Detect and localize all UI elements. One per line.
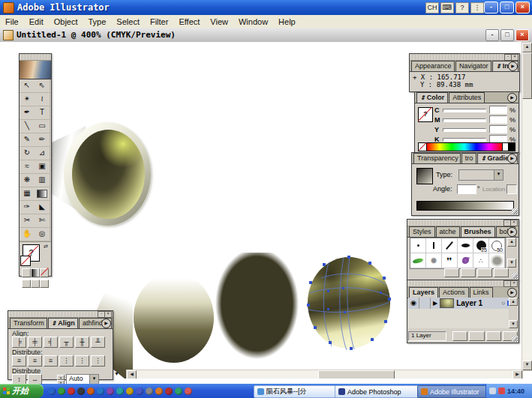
tab-styles[interactable]: Styles	[409, 226, 435, 237]
dropdown-arrow-icon[interactable]: ▼	[494, 170, 503, 180]
horizontal-scroll-thumb[interactable]	[318, 370, 395, 379]
tab-swatches[interactable]: atche	[436, 226, 460, 237]
panel-menu-icon[interactable]: ▶	[507, 227, 517, 237]
new-brush-button[interactable]	[477, 268, 492, 277]
layer-target-icon[interactable]: ○	[501, 300, 505, 307]
tray-icon[interactable]	[489, 388, 496, 394]
keyboard-icon[interactable]: ⌨	[440, 2, 454, 13]
menu-file[interactable]: File	[0, 16, 24, 27]
maximize-button[interactable]: □	[500, 1, 514, 13]
tab-actions[interactable]: Actions	[439, 287, 469, 298]
tray-icon[interactable]	[498, 388, 505, 394]
taskbar-item-photoshop[interactable]: Adobe Photoshop	[335, 385, 419, 398]
brush-scrollbar[interactable]: ▲ ▼	[507, 238, 516, 268]
tab-brushes[interactable]: Brushes	[461, 226, 495, 237]
selection-tool[interactable]: ↖	[20, 79, 35, 93]
line-tool[interactable]: ╲	[20, 120, 35, 133]
distribute-right-button[interactable]: ⋮	[91, 355, 105, 367]
quick-launch-icon[interactable]	[175, 388, 182, 395]
artwork-mesh-sphere[interactable]	[306, 256, 392, 351]
brush-dash[interactable]	[426, 238, 442, 253]
gradient-angle-field[interactable]	[457, 184, 476, 194]
align-top-button[interactable]: ╥	[59, 337, 74, 348]
quick-launch-icon[interactable]	[68, 388, 75, 395]
mesh-tool[interactable]: ▦	[20, 187, 35, 201]
options-of-object-button[interactable]	[461, 268, 476, 277]
tab-transparency[interactable]: Transparency	[413, 153, 461, 163]
magenta-slider[interactable]	[443, 118, 486, 122]
gradient-location-field[interactable]	[506, 184, 517, 194]
ime-help-icon[interactable]: ?	[455, 2, 469, 13]
hand-tool[interactable]: ✋	[20, 228, 35, 241]
panel-menu-icon[interactable]: ▶	[101, 319, 111, 328]
start-button[interactable]: 开始	[0, 384, 44, 398]
doc-maximize-button[interactable]: □	[500, 29, 514, 41]
quick-launch-icon[interactable]	[97, 388, 104, 395]
rotate-tool[interactable]: ↻	[20, 147, 35, 160]
expand-triangle-icon[interactable]: ▶	[433, 300, 437, 307]
black-slider[interactable]	[443, 138, 486, 142]
align-palette-title-bar[interactable]: - ×	[8, 311, 113, 318]
fullscreen-button[interactable]	[40, 280, 49, 288]
cyan-slider[interactable]	[443, 109, 486, 112]
tab-layers[interactable]: Layers	[409, 287, 438, 298]
new-sublayer-button[interactable]	[469, 331, 484, 341]
panel-menu-icon[interactable]: ▶	[507, 93, 517, 103]
panel-menu-icon[interactable]: ▶	[507, 288, 517, 298]
gradient-type-dropdown[interactable]: ▼	[458, 169, 503, 181]
slice-tool[interactable]: ✄	[35, 214, 50, 228]
scroll-up-icon[interactable]: ▲	[507, 238, 516, 247]
brushes-palette-title-bar[interactable]: - ×	[407, 220, 518, 226]
quick-launch-icon[interactable]	[58, 388, 65, 395]
scroll-up-icon[interactable]: ▲	[509, 298, 518, 306]
distribute-left-button[interactable]: ⋮	[59, 355, 74, 367]
horizontal-scrollbar[interactable]: ◀ ▶	[126, 370, 523, 379]
toolbox-title-bar[interactable]	[20, 54, 51, 61]
menu-window[interactable]: Window	[233, 16, 273, 27]
magenta-value-field[interactable]	[489, 115, 507, 124]
artwork-bowl-interior[interactable]	[72, 130, 145, 219]
close-button[interactable]: ×	[515, 1, 530, 13]
tab-align[interactable]: ⇕Align	[48, 318, 78, 328]
tab-attributes[interactable]: Attributes	[449, 92, 485, 103]
scroll-left-icon[interactable]: ◀	[127, 370, 137, 379]
brush-speckle[interactable]: ∴	[473, 253, 489, 268]
quick-launch-icon[interactable]	[155, 388, 163, 395]
scroll-up-icon[interactable]: ▲	[522, 43, 532, 52]
artwork-gradient-dome[interactable]	[134, 273, 214, 363]
direct-selection-tool[interactable]: ⇖	[35, 79, 50, 93]
remove-brush-stroke-button[interactable]	[444, 268, 459, 277]
doc-minimize-button[interactable]: -	[485, 29, 499, 41]
menu-filter[interactable]: Filter	[145, 16, 173, 27]
layers-palette-title-bar[interactable]: - ×	[407, 280, 518, 287]
gradient-preview-swatch[interactable]	[416, 168, 433, 184]
brush-splat[interactable]	[458, 253, 473, 268]
layer-name[interactable]: Layer 1	[456, 299, 482, 307]
quick-launch-icon[interactable]	[116, 388, 124, 395]
tab-color[interactable]: ⇕Color	[416, 92, 448, 103]
white-swatch[interactable]	[503, 142, 509, 151]
resize-grip[interactable]	[512, 208, 518, 214]
layers-scrollbar[interactable]: ▲ ▼	[509, 298, 518, 328]
paintbrush-tool[interactable]: ✎	[20, 133, 35, 147]
cyan-value-field[interactable]	[489, 106, 507, 114]
make-clipping-mask-button[interactable]	[452, 331, 467, 341]
stepper-up-icon[interactable]: ▲	[57, 375, 65, 380]
quick-launch-icon[interactable]	[165, 388, 173, 395]
quick-launch-icon[interactable]	[136, 388, 143, 395]
menu-view[interactable]: View	[205, 16, 233, 27]
distribute-center-button[interactable]: ⋮	[75, 355, 89, 367]
palette-close-icon[interactable]: ×	[104, 311, 112, 318]
quick-launch-icon[interactable]	[107, 388, 114, 395]
delete-brush-button[interactable]	[494, 268, 509, 277]
brush-circle-50[interactable]: 50	[489, 238, 505, 253]
menu-help[interactable]: Help	[273, 16, 301, 27]
eyedropper-tool[interactable]: ✑	[20, 201, 35, 214]
distribute-top-button[interactable]: ≡	[12, 355, 26, 367]
taskbar-item-webpage[interactable]: 陨石风暴--[分	[254, 385, 336, 398]
palette-close-icon[interactable]: ×	[510, 220, 518, 226]
quick-launch-icon[interactable]	[48, 388, 56, 395]
palette-close-icon[interactable]: ×	[510, 280, 518, 287]
scale-tool[interactable]: ⊿	[35, 147, 50, 160]
gradient-tool[interactable]	[35, 187, 50, 201]
